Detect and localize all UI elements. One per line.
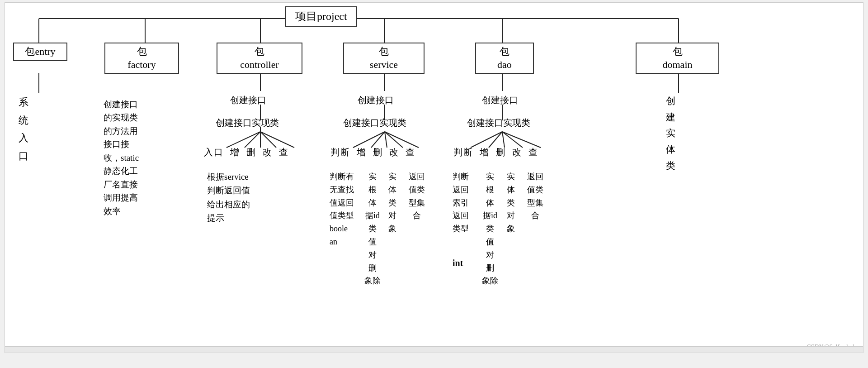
service-sub-return: 返回值类型集合 (409, 170, 425, 222)
factory-box: 包factory (104, 43, 179, 74)
domain-box: 包domain (636, 43, 719, 74)
dao-sub-items: 判断 增 删 改 查 (453, 145, 538, 159)
entry-desc: 系统入口 (19, 93, 28, 165)
dao-sub-root: 实根体据id类值对删象除 (482, 170, 498, 287)
factory-desc: 创建接口的实现类的方法用接口接收，static静态化工厂名直接调用提高效率 (104, 98, 139, 218)
service-sub-entity: 实体类对象 (388, 170, 396, 235)
scrollbar[interactable] (5, 346, 863, 353)
controller-impl: 创建接口实现类 (216, 116, 279, 129)
controller-note: 根据service判断返回值给出相应的提示 (207, 170, 250, 225)
dao-interface: 创建接口 (482, 93, 518, 107)
root-box: 项目project (285, 6, 357, 27)
service-sub-items: 判断 增 删 改 查 (330, 145, 415, 159)
main-canvas: 项目project 包entry 系统入口 包factory 创建接口的实现类的… (5, 2, 863, 353)
dao-box: 包dao (475, 43, 534, 74)
dao-impl: 创建接口实现类 (467, 116, 530, 129)
dao-sub-entity: 实体类对象 (507, 170, 515, 235)
service-sub-judge: 判断有无查找值返回值类型boolean (330, 170, 354, 249)
service-sub-root: 实根体据id类值对删象除 (364, 170, 381, 287)
dao-sub-return: 返回值类型集合 (527, 170, 543, 222)
dao-int: int (453, 256, 463, 270)
entry-box: 包entry (13, 43, 67, 61)
controller-interface: 创建接口 (230, 93, 266, 107)
service-box: 包service (343, 43, 425, 74)
controller-sub-items: 入口 增 删 改 查 (204, 145, 289, 159)
service-interface: 创建接口 (358, 93, 394, 107)
controller-box: 包controller (217, 43, 302, 74)
domain-desc: 创建实体类 (666, 93, 675, 174)
dao-sub-judge: 判断返回索引返回类型 (453, 170, 469, 235)
service-impl: 创建接口实现类 (343, 116, 406, 129)
